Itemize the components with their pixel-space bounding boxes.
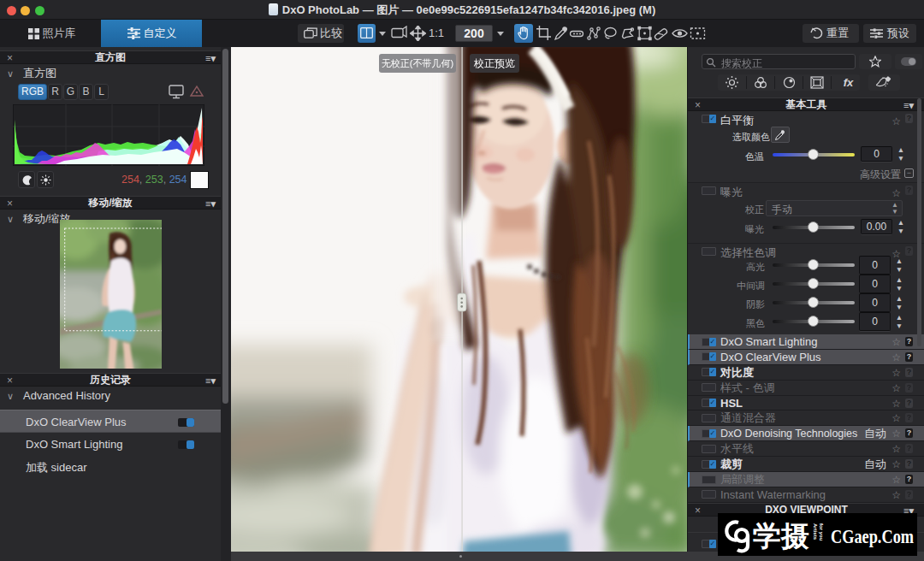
svg-text:CGaep.Com: CGaep.Com — [831, 525, 914, 547]
svg-text:Artists: Artists — [813, 523, 818, 540]
svg-text:for you: for you — [819, 523, 824, 541]
svg-text:学摄: 学摄 — [753, 520, 809, 552]
